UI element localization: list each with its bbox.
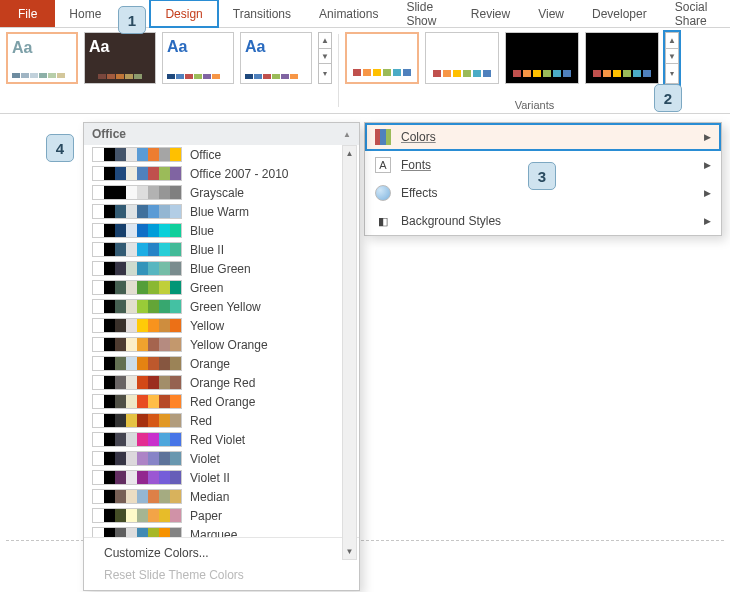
color-scheme-item[interactable]: Orange [84, 354, 359, 373]
menu-colors[interactable]: Colors ▶ [365, 123, 721, 151]
color-scheme-swatch [92, 527, 182, 537]
tab-slideshow[interactable]: Slide Show [392, 0, 456, 27]
theme-thumb-3[interactable]: Aa [162, 32, 234, 84]
color-scheme-item[interactable]: Paper [84, 506, 359, 525]
menu-colors-label: Colors [401, 130, 436, 144]
colors-dropdown: Office ▲ OfficeOffice 2007 - 2010Graysca… [83, 122, 360, 591]
themes-group: Aa Aa Aa Aa ▲ ▼ ▾ [0, 28, 338, 113]
color-scheme-label: Violet II [190, 471, 230, 485]
color-scheme-item[interactable]: Blue Warm [84, 202, 359, 221]
color-scheme-label: Red [190, 414, 212, 428]
tab-socialshare[interactable]: Social Share [661, 0, 730, 27]
color-scheme-item[interactable]: Yellow Orange [84, 335, 359, 354]
color-scheme-item[interactable]: Median [84, 487, 359, 506]
background-styles-icon: ◧ [375, 213, 391, 229]
color-scheme-label: Green Yellow [190, 300, 261, 314]
color-scheme-label: Red Orange [190, 395, 255, 409]
effects-icon [375, 185, 391, 201]
color-scheme-swatch [92, 147, 182, 162]
spinner-up-icon[interactable]: ▲ [666, 33, 678, 48]
color-scheme-item[interactable]: Blue Green [84, 259, 359, 278]
color-scheme-item[interactable]: Orange Red [84, 373, 359, 392]
ribbon: Aa Aa Aa Aa ▲ ▼ ▾ [0, 28, 730, 114]
color-scheme-item[interactable]: Red Violet [84, 430, 359, 449]
color-scheme-item[interactable]: Yellow [84, 316, 359, 335]
customize-colors[interactable]: Customize Colors... [84, 542, 359, 564]
color-scheme-item[interactable]: Green [84, 278, 359, 297]
tab-design[interactable]: Design [149, 0, 218, 28]
color-scheme-swatch [92, 508, 182, 523]
color-scheme-swatch [92, 337, 182, 352]
tab-file[interactable]: File [0, 0, 55, 27]
color-scheme-label: Blue Green [190, 262, 251, 276]
color-scheme-label: Grayscale [190, 186, 244, 200]
themes-gallery-spinner[interactable]: ▲ ▼ ▾ [318, 32, 332, 84]
color-scheme-item[interactable]: Violet II [84, 468, 359, 487]
menu-effects-label: Effects [401, 186, 437, 200]
color-scheme-swatch [92, 261, 182, 276]
color-scheme-swatch [92, 489, 182, 504]
color-scheme-swatch [92, 375, 182, 390]
color-scheme-swatch [92, 356, 182, 371]
color-scheme-label: Blue Warm [190, 205, 249, 219]
color-scheme-item[interactable]: Red Orange [84, 392, 359, 411]
color-scheme-label: Median [190, 490, 229, 504]
theme-sample-text: Aa [89, 39, 151, 55]
spinner-down-icon[interactable]: ▼ [319, 48, 331, 63]
color-scheme-swatch [92, 451, 182, 466]
color-scheme-label: Orange Red [190, 376, 255, 390]
variants-gallery-spinner[interactable]: ▲ ▼ ▾ [665, 32, 679, 84]
color-scheme-swatch [92, 166, 182, 181]
themes-group-label [6, 97, 332, 111]
submenu-arrow-icon: ▶ [704, 188, 711, 198]
submenu-arrow-icon: ▶ [704, 160, 711, 170]
color-scheme-label: Red Violet [190, 433, 245, 447]
menu-background-styles[interactable]: ◧ Background Styles ▶ [365, 207, 721, 235]
color-scheme-swatch [92, 204, 182, 219]
spinner-down-icon[interactable]: ▼ [666, 48, 678, 63]
ribbon-tabbar: File Home Design Transitions Animations … [0, 0, 730, 28]
color-scheme-swatch [92, 242, 182, 257]
spinner-more-icon[interactable]: ▾ [319, 63, 331, 83]
theme-thumb-1[interactable]: Aa [6, 32, 78, 84]
color-scheme-item[interactable]: Violet [84, 449, 359, 468]
tab-transitions[interactable]: Transitions [219, 0, 305, 27]
variant-thumb-1[interactable] [345, 32, 419, 84]
tab-animations[interactable]: Animations [305, 0, 392, 27]
scrollbar-up-icon[interactable]: ▲ [343, 146, 356, 161]
color-scheme-label: Orange [190, 357, 230, 371]
color-scheme-item[interactable]: Grayscale [84, 183, 359, 202]
color-scheme-item[interactable]: Office 2007 - 2010 [84, 164, 359, 183]
spinner-up-icon[interactable]: ▲ [319, 33, 331, 48]
color-scheme-item[interactable]: Red [84, 411, 359, 430]
variant-thumb-2[interactable] [425, 32, 499, 84]
theme-thumb-4[interactable]: Aa [240, 32, 312, 84]
spinner-more-icon[interactable]: ▾ [666, 63, 678, 83]
color-scheme-item[interactable]: Marquee [84, 525, 359, 537]
variant-thumb-3[interactable] [505, 32, 579, 84]
color-scheme-label: Paper [190, 509, 222, 523]
color-scheme-item[interactable]: Blue II [84, 240, 359, 259]
color-scheme-item[interactable]: Blue [84, 221, 359, 240]
fonts-icon: A [375, 157, 391, 173]
scroll-up-icon[interactable]: ▲ [343, 130, 351, 139]
color-scheme-swatch [92, 299, 182, 314]
scrollbar-down-icon[interactable]: ▼ [343, 544, 356, 559]
color-scheme-list: OfficeOffice 2007 - 2010GrayscaleBlue Wa… [84, 145, 359, 537]
theme-sample-text: Aa [12, 40, 72, 56]
theme-thumb-2[interactable]: Aa [84, 32, 156, 84]
menu-bg-label: Background Styles [401, 214, 501, 228]
color-scheme-item[interactable]: Green Yellow [84, 297, 359, 316]
step-badge-1: 1 [118, 6, 146, 34]
tab-review[interactable]: Review [457, 0, 524, 27]
color-scheme-swatch [92, 185, 182, 200]
tab-developer[interactable]: Developer [578, 0, 661, 27]
step-badge-4: 4 [46, 134, 74, 162]
theme-sample-text: Aa [245, 39, 307, 55]
variant-thumb-4[interactable] [585, 32, 659, 84]
tab-view[interactable]: View [524, 0, 578, 27]
color-scheme-item[interactable]: Office [84, 145, 359, 164]
tab-home[interactable]: Home [55, 0, 115, 27]
reset-theme-colors: Reset Slide Theme Colors [84, 564, 359, 586]
colors-scrollbar[interactable]: ▲ ▼ [342, 145, 357, 560]
